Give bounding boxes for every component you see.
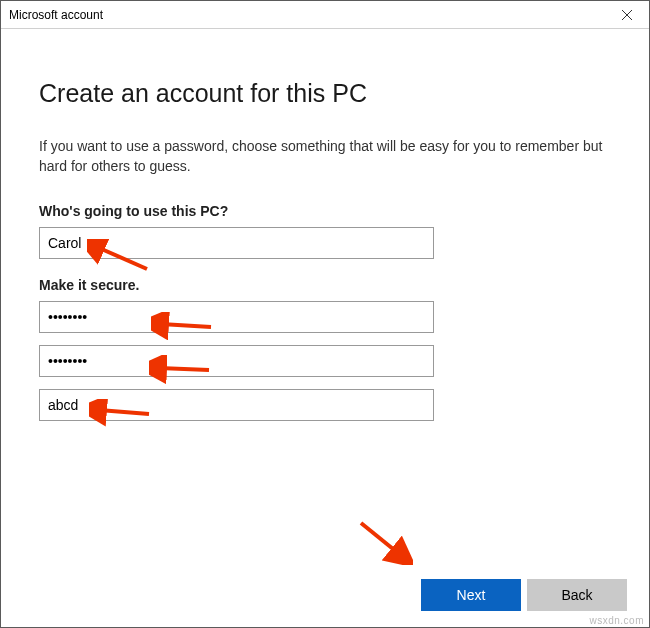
watermark-text: wsxdn.com [589, 615, 644, 626]
password-input[interactable] [39, 301, 434, 333]
secure-section-label: Make it secure. [39, 277, 611, 293]
close-button[interactable] [604, 1, 649, 29]
content-area: Create an account for this PC If you wan… [1, 29, 649, 627]
username-section-label: Who's going to use this PC? [39, 203, 611, 219]
dialog-window: Microsoft account Create an account for … [0, 0, 650, 628]
confirm-password-input[interactable] [39, 345, 434, 377]
svg-line-11 [361, 523, 398, 553]
username-input[interactable] [39, 227, 434, 259]
password-hint-input[interactable] [39, 389, 434, 421]
back-button[interactable]: Back [527, 579, 627, 611]
page-description: If you want to use a password, choose so… [39, 136, 611, 177]
next-button[interactable]: Next [421, 579, 521, 611]
window-title: Microsoft account [9, 1, 103, 29]
footer-buttons: Next Back [421, 579, 627, 611]
titlebar: Microsoft account [1, 1, 649, 29]
annotation-arrow-icon [353, 515, 413, 565]
close-icon [622, 10, 632, 20]
page-heading: Create an account for this PC [39, 79, 611, 108]
